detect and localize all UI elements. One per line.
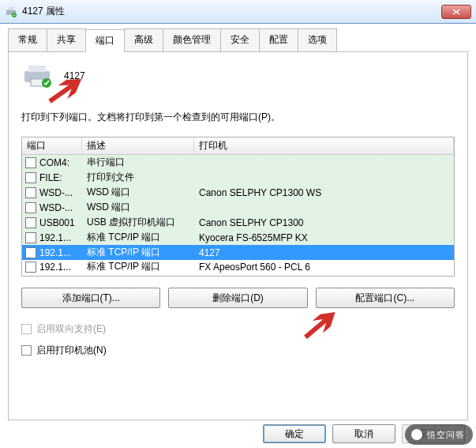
table-row[interactable]: COM4:串行端口 [22, 155, 454, 170]
printer-icon [21, 63, 53, 88]
tab-3[interactable]: 高级 [124, 28, 163, 51]
table-row[interactable]: FILE:打印到文件 [22, 170, 454, 185]
printer-cell: FX ApeosPort 560 - PCL 6 [194, 262, 454, 273]
tab-4[interactable]: 颜色管理 [163, 28, 221, 51]
watermark: 悟空问答 [405, 424, 473, 445]
port-checkbox[interactable] [25, 232, 36, 243]
col-header-port[interactable]: 端口 [22, 137, 82, 154]
tab-2[interactable]: 端口 [85, 29, 125, 52]
desc-cell: 标准 TCP/IP 端口 [82, 231, 194, 244]
printer-cell: Kyocera FS-6525MFP KX [194, 232, 454, 243]
table-row[interactable]: WSD-...WSD 端口 [22, 200, 454, 215]
desc-cell: USB 虚拟打印机端口 [82, 216, 194, 229]
cancel-button[interactable]: 取消 [332, 424, 395, 443]
desc-cell: 串行端口 [82, 156, 194, 169]
delete-port-button[interactable]: 删除端口(D) [168, 288, 307, 308]
tab-bar: 常规共享端口高级颜色管理安全配置选项 [8, 28, 468, 52]
titlebar: 4127 属性 [0, 0, 476, 24]
table-row[interactable]: WSD-...WSD 端口Canon SELPHY CP1300 WS [22, 185, 454, 200]
tab-5[interactable]: 安全 [220, 28, 260, 51]
ok-button[interactable]: 确定 [263, 424, 326, 443]
close-button[interactable] [441, 5, 471, 19]
table-row[interactable]: 192.1...标准 TCP/IP 端口FX ApeosPort 560 - P… [22, 260, 454, 273]
bidir-checkbox [21, 324, 32, 334]
port-cell: WSD-... [39, 187, 73, 198]
col-header-desc[interactable]: 描述 [82, 137, 194, 154]
pool-checkbox[interactable] [21, 345, 32, 356]
port-cell: 192.1... [39, 247, 71, 258]
printer-cell: Canon SELPHY CP1300 WS [194, 187, 454, 198]
window-title: 4127 属性 [22, 5, 441, 18]
pool-label: 启用打印机池(N) [36, 344, 107, 357]
svg-rect-5 [31, 79, 43, 86]
printer-cell: 4127 [194, 247, 454, 258]
port-cell: COM4: [39, 157, 69, 168]
table-row[interactable]: ✔192.1...标准 TCP/IP 端口4127 [22, 245, 454, 260]
port-checkbox[interactable]: ✔ [25, 247, 36, 258]
tab-7[interactable]: 选项 [298, 28, 337, 51]
watermark-text: 悟空问答 [427, 429, 465, 441]
config-port-button[interactable]: 配置端口(C)... [316, 288, 455, 308]
tab-content-ports: 4127 打印到下列端口。文档将打印到第一个检查到的可用端口(P)。 端口 描述… [8, 52, 468, 420]
port-checkbox[interactable] [25, 217, 36, 228]
port-checkbox[interactable] [25, 202, 36, 213]
ports-description: 打印到下列端口。文档将打印到第一个检查到的可用端口(P)。 [21, 111, 455, 124]
svg-rect-4 [28, 66, 46, 72]
port-cell: 192.1... [39, 232, 71, 243]
watermark-logo-icon [411, 429, 422, 440]
desc-cell: WSD 端口 [82, 186, 194, 199]
pool-check-line[interactable]: 启用打印机池(N) [21, 344, 455, 357]
port-checkbox[interactable] [25, 172, 36, 183]
desc-cell: 标准 TCP/IP 端口 [82, 246, 194, 259]
port-checkbox[interactable] [25, 157, 36, 168]
tab-1[interactable]: 共享 [47, 28, 86, 51]
tab-0[interactable]: 常规 [8, 28, 47, 51]
table-row[interactable]: USB001USB 虚拟打印机端口Canon SELPHY CP1300 [22, 215, 454, 230]
desc-cell: WSD 端口 [82, 201, 194, 214]
port-cell: WSD-... [39, 202, 73, 213]
table-row[interactable]: 192.1...标准 TCP/IP 端口Kyocera FS-6525MFP K… [22, 230, 454, 245]
port-cell: FILE: [39, 172, 62, 183]
bidir-check-line: 启用双向支持(E) [21, 322, 455, 336]
port-cell: 192.1... [39, 262, 71, 273]
svg-rect-1 [8, 7, 14, 10]
printer-small-icon [5, 6, 17, 18]
port-cell: USB001 [39, 217, 75, 228]
printer-name: 4127 [64, 70, 85, 81]
port-checkbox[interactable] [25, 187, 36, 198]
tab-6[interactable]: 配置 [259, 28, 298, 51]
port-checkbox[interactable] [25, 262, 36, 273]
bidir-label: 启用双向支持(E) [36, 322, 106, 336]
printer-cell: Canon SELPHY CP1300 [194, 217, 454, 228]
desc-cell: 标准 TCP/IP 端口 [82, 260, 194, 273]
col-header-printer[interactable]: 打印机 [194, 137, 454, 154]
desc-cell: 打印到文件 [82, 171, 194, 184]
ports-table: 端口 描述 打印机 COM4:串行端口FILE:打印到文件WSD-...WSD … [21, 137, 455, 277]
add-port-button[interactable]: 添加端口(T)... [21, 288, 160, 308]
